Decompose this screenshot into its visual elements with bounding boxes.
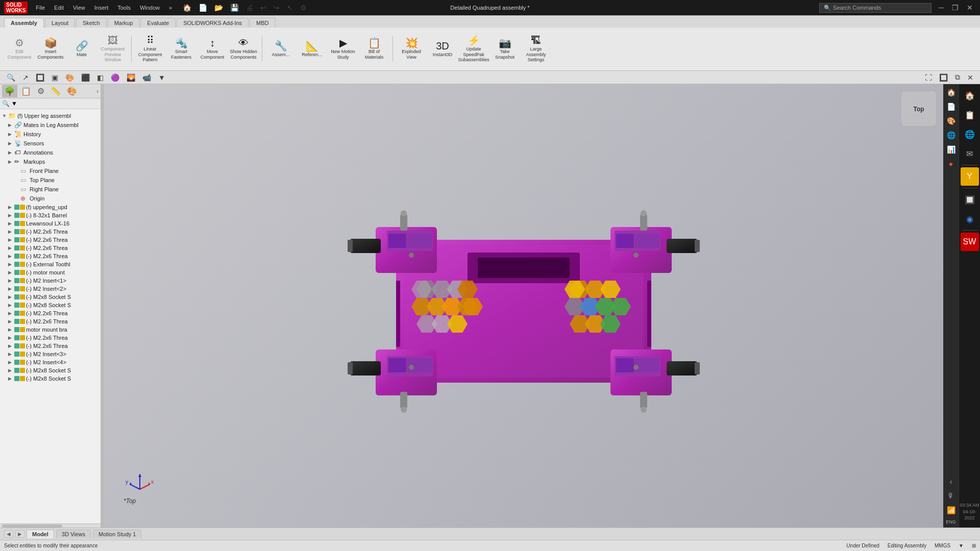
list-item[interactable]: ▶ (-) M2 Insert<2> [0,285,101,293]
assembly-button[interactable]: 🔧 Assem... [265,33,296,65]
tab-markup[interactable]: Markup [108,18,140,28]
right-wifi-btn[interactable]: 📶 [944,504,958,516]
update-speedpak-button[interactable]: ⚡ Update SpeedPakSubassemblies [458,33,489,65]
tab-addins[interactable]: SOLIDWORKS Add-Ins [177,18,249,28]
tab-evaluate[interactable]: Evaluate [140,18,176,28]
list-item[interactable]: ▶ (-) M2.2x6 Threa [0,342,101,350]
sw-home-btn[interactable]: 🏠 [961,86,979,105]
display-btn[interactable]: ▣ [49,72,61,83]
list-item[interactable]: ▶ Lewansoul LX-16 [0,219,101,228]
list-item[interactable]: ▶ (-) M2x8 Socket S [0,366,101,374]
home-icon[interactable]: 🏠 [180,2,194,13]
float-btn[interactable]: ⧉ [952,71,963,83]
menu-window[interactable]: Window [136,4,164,12]
list-item[interactable]: ▶ (-) M2x8 Socket S [0,301,101,309]
menu-tools[interactable]: Tools [113,4,135,12]
edit-component-button[interactable]: ⚙ EditComponent [4,33,35,65]
filter-btn[interactable]: 🔍 [4,72,18,83]
list-item[interactable]: ▶ (-) M2 Insert<3> [0,350,101,358]
units-dropdown[interactable]: ▼ [959,543,964,548]
mate-button[interactable]: 🔗 Mate [66,33,97,65]
menu-more[interactable]: » [165,4,176,12]
view-filter-btn[interactable]: 🔲 [33,72,47,83]
tree-annotations[interactable]: ▶ 🏷 Annotations [0,148,101,157]
close-button[interactable]: ✕ [964,4,976,12]
print-icon[interactable]: 🖨 [243,2,256,13]
list-item[interactable]: ▶ (-) M2.2x6 Threa [0,244,101,252]
tab-layout[interactable]: Layout [45,18,75,28]
3d-viewport[interactable]: x y *Top Top [104,84,943,528]
exploded-view-button[interactable]: 💥 ExplodedView [396,33,427,65]
component-preview-button[interactable]: 🖼 ComponentPreview Window [97,33,128,65]
tab-3d-views[interactable]: 3D Views [56,530,91,538]
list-item[interactable]: ▶ motor mount bra [0,325,101,334]
show-hidden-button[interactable]: 👁 Show HiddenComponents [228,33,259,65]
list-item[interactable]: ▶ (-) M2 Insert<4> [0,358,101,366]
select-filter-btn[interactable]: ↗ [20,72,31,83]
right-home-btn[interactable]: 🏠 [944,86,958,98]
move-component-button[interactable]: ↕ MoveComponent [197,33,228,65]
reference-button[interactable]: 📐 Referen... [297,33,327,65]
tree-right-plane[interactable]: ▭ Right Plane [0,185,101,194]
menu-edit[interactable]: Edit [50,4,68,12]
feature-manager-tab[interactable]: 🌳 [2,85,17,97]
right-table-btn[interactable]: 📊 [944,143,958,156]
tree-markups[interactable]: ▶ ✏ Markups [0,157,101,166]
list-item[interactable]: ▶ (-) M2x8 Socket S [0,293,101,301]
sw-mail-btn[interactable]: ✉ [961,144,979,163]
linear-pattern-button[interactable]: ⠿ Linear ComponentPattern [135,33,165,65]
scenery-btn[interactable]: 🌄 [124,72,138,83]
tab-mbd[interactable]: MBD [250,18,275,28]
search-box[interactable]: 🔍 Search Commands [819,3,932,13]
save-icon[interactable]: 💾 [228,2,241,13]
take-snapshot-button[interactable]: 📷 TakeSnapshot [489,33,520,65]
display-manager-tab[interactable]: 🎨 [64,85,80,97]
select-icon[interactable]: ↖ [284,2,296,13]
right-red-btn[interactable]: ● [944,158,958,170]
tree-history[interactable]: ▶ 📜 History [0,130,101,139]
list-item[interactable]: ▶ (-) M2.2x6 Threa [0,228,101,236]
list-item[interactable]: ▶ (-) 8-32x1 Barrel [0,211,101,219]
render-btn[interactable]: 🎨 [63,72,77,83]
list-item[interactable]: ▶ (-) M2 Insert<1> [0,277,101,285]
nav-right-btn[interactable]: ▶ [15,530,24,538]
sw-globe-btn[interactable]: 🌐 [961,125,979,143]
expand-view-btn[interactable]: ⛶ [922,72,935,83]
new-doc-icon[interactable]: 📄 [196,2,210,13]
display-style-btn[interactable]: ⬛ [79,72,92,83]
restore-button[interactable]: ❐ [949,4,962,12]
sw-file-btn[interactable]: 📋 [961,106,979,124]
color-btn[interactable]: 🟣 [108,72,122,83]
sw-chrome-btn[interactable]: ◉ [961,210,979,228]
list-item[interactable]: ▶ (f) upperleg_upd [0,203,101,211]
undo-icon[interactable]: ↩ [258,2,269,13]
panel-expand-btn[interactable]: › [96,88,99,95]
bill-of-materials-button[interactable]: 📋 Bill ofMaterials [359,33,389,65]
configuration-manager-tab[interactable]: ⚙ [35,85,47,97]
tree-scrollbar[interactable] [2,524,62,528]
status-expand-icon[interactable]: ⊞ [972,543,976,548]
options-icon[interactable]: ⚙ [298,2,309,13]
tree-search-icon[interactable]: 🔍 [2,100,10,107]
tree-mates[interactable]: ▶ 🔗 Mates in Leg Assembl [0,120,101,130]
list-item[interactable]: ▶ (-) M2.2x6 Threa [0,236,101,244]
minimize-button[interactable]: ─ [936,4,947,12]
new-motion-button[interactable]: ▶ New MotionStudy [328,33,358,65]
property-manager-tab[interactable]: 📋 [18,85,34,97]
right-mic-btn[interactable]: 🎙 [944,490,958,502]
tree-filter-icon[interactable]: ▼ [11,100,17,107]
right-arrow-btn[interactable]: ‹ [944,475,958,488]
tab-assembly[interactable]: Assembly [4,18,44,28]
view-cube[interactable]: Top [898,88,939,129]
menu-view[interactable]: View [69,4,89,12]
tree-front-plane[interactable]: ▭ Front Plane [0,166,101,176]
list-item[interactable]: ▶ (-) M2.2x6 Threa [0,252,101,260]
sw-red-btn[interactable]: SW [961,233,979,251]
camera-btn[interactable]: 📹 [140,72,154,83]
right-doc-btn[interactable]: 📄 [944,101,958,113]
tree-root-upper-leg[interactable]: ▼ 📁 (f) Upper leg assembl [0,111,101,120]
restore-view-btn[interactable]: 🔲 [937,72,950,83]
insert-components-button[interactable]: 📦 InsertComponents [35,33,66,65]
list-item[interactable]: ▶ (-) M2.2x6 Threa [0,334,101,342]
list-item[interactable]: ▶ (-) M2.2x6 Threa [0,309,101,317]
